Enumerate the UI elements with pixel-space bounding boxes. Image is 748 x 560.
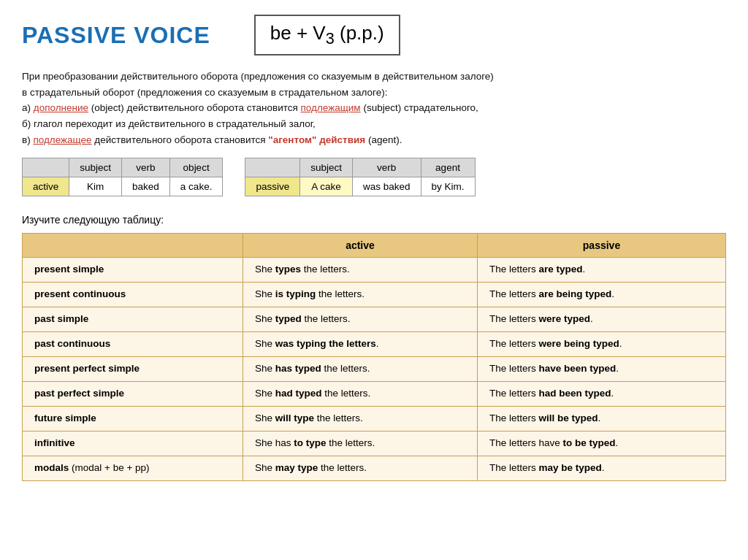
col-empty <box>23 158 69 177</box>
passive-cell: The letters had been typed. <box>477 381 725 406</box>
table-row: infinitiveShe has to type the letters.Th… <box>23 431 726 456</box>
header-row: PASSIVE VOICE be + V3 (p.p.) <box>22 15 726 55</box>
main-table: active passive present simpleShe types t… <box>22 233 726 480</box>
passive-label: passive <box>245 177 300 196</box>
intro-text: При преобразовании действительного оборо… <box>22 69 726 147</box>
page-title: PASSIVE VOICE <box>22 22 210 49</box>
table-row: modals (modal + be + pp)She may type the… <box>23 456 726 480</box>
main-col-passive: passive <box>477 234 725 258</box>
passive-cell: The letters have been typed. <box>477 356 725 381</box>
col-object: object <box>169 158 223 177</box>
col-verb-p: verb <box>352 158 421 177</box>
table-row: past perfect simpleShe had typed the let… <box>23 381 726 406</box>
tense-cell: present perfect simple <box>23 356 243 381</box>
sentence-tables: subject verb object active Kim baked a c… <box>22 158 726 196</box>
passive-sentence-table: subject verb agent passive A cake was ba… <box>245 158 475 196</box>
passive-cell: The letters are being typed. <box>477 283 725 307</box>
passive-cell: The letters were being typed. <box>477 331 725 356</box>
intro-a: а) дополнение (object) действительного о… <box>22 100 726 116</box>
passive-cell: The letters may be typed. <box>477 456 725 480</box>
active-verb: baked <box>122 177 170 196</box>
col-subject-p: subject <box>300 158 353 177</box>
passive-row: passive A cake was baked by Kim. <box>245 177 475 196</box>
col-subject: subject <box>69 158 122 177</box>
passive-cell: The letters will be typed. <box>477 406 725 431</box>
main-col-active: active <box>243 234 477 258</box>
main-table-header: active passive <box>23 234 726 258</box>
active-cell: She types the letters. <box>243 258 477 283</box>
active-cell: She has to type the letters. <box>243 431 477 456</box>
intro-line2: в страдательный оборот (предложения со с… <box>22 85 726 101</box>
active-row: active Kim baked a cake. <box>23 177 223 196</box>
formula-box: be + V3 (p.p.) <box>254 15 400 55</box>
table-row: present perfect simpleShe has typed the … <box>23 356 726 381</box>
active-label: active <box>23 177 69 196</box>
table-row: past continuousShe was typing the letter… <box>23 331 726 356</box>
active-cell: She may type the letters. <box>243 456 477 480</box>
tense-cell: past simple <box>23 307 243 332</box>
tense-cell: past continuous <box>23 331 243 356</box>
passive-verb: was baked <box>352 177 421 196</box>
study-label: Изучите следующую таблицу: <box>22 214 726 226</box>
tense-cell: future simple <box>23 406 243 431</box>
passive-cell: The letters are typed. <box>477 258 725 283</box>
table-row: future simpleShe will type the letters.T… <box>23 406 726 431</box>
tense-cell: infinitive <box>23 431 243 456</box>
tense-cell: past perfect simple <box>23 381 243 406</box>
col-verb: verb <box>122 158 170 177</box>
intro-b: б) глагол переходит из действительного в… <box>22 116 726 132</box>
tense-cell: modals (modal + be + pp) <box>23 456 243 480</box>
active-cell: She has typed the letters. <box>243 356 477 381</box>
table-row: present continuousShe is typing the lett… <box>23 283 726 307</box>
active-cell: She had typed the letters. <box>243 381 477 406</box>
intro-a-link1: дополнение <box>34 102 88 113</box>
active-cell: She will type the letters. <box>243 406 477 431</box>
passive-cell: The letters were typed. <box>477 307 725 332</box>
tense-cell: present simple <box>23 258 243 283</box>
active-sentence-table: subject verb object active Kim baked a c… <box>22 158 223 196</box>
active-cell: She is typing the letters. <box>243 283 477 307</box>
main-col-tense <box>23 234 243 258</box>
formula-text: be + V3 (p.p.) <box>270 22 384 48</box>
passive-agent: by Kim. <box>421 177 475 196</box>
intro-c-link: подлежащее <box>33 134 91 145</box>
passive-cell: The letters have to be typed. <box>477 431 725 456</box>
active-subject: Kim <box>69 177 122 196</box>
passive-subject: A cake <box>300 177 353 196</box>
intro-c: в) подлежащее действительного оборота ст… <box>22 132 726 148</box>
col-empty-p <box>245 158 300 177</box>
intro-a-link2: подлежащим <box>301 102 361 113</box>
table-row: present simpleShe types the letters.The … <box>23 258 726 283</box>
active-cell: She was typing the letters. <box>243 331 477 356</box>
tense-cell: present continuous <box>23 283 243 307</box>
active-cell: She typed the letters. <box>243 307 477 332</box>
intro-line1: При преобразовании действительного оборо… <box>22 69 726 85</box>
intro-c-bold: "агентом" действия <box>268 134 365 145</box>
active-object: a cake. <box>169 177 223 196</box>
table-row: past simpleShe typed the letters.The let… <box>23 307 726 332</box>
col-agent-p: agent <box>421 158 475 177</box>
